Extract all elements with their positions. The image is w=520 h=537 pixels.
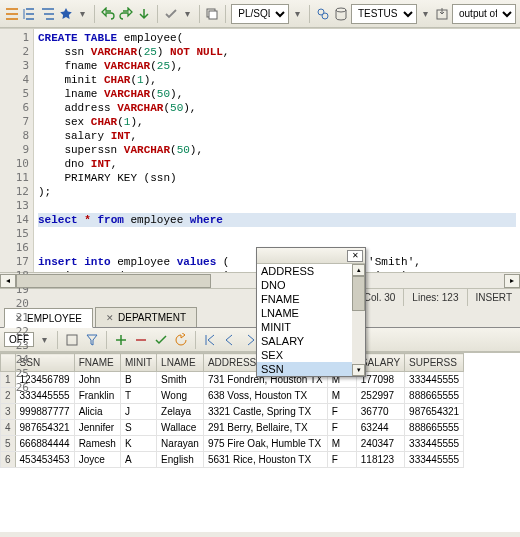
star-icon[interactable] xyxy=(58,5,74,23)
first-icon[interactable] xyxy=(201,331,219,349)
add-row-icon[interactable] xyxy=(112,331,130,349)
column-header[interactable]: SUPERSS xyxy=(405,354,464,372)
prev-icon[interactable] xyxy=(221,331,239,349)
autocomplete-item[interactable]: MINIT xyxy=(257,320,352,334)
svg-rect-6 xyxy=(67,335,77,345)
column-header[interactable]: FNAME xyxy=(74,354,120,372)
scroll-right-icon[interactable]: ▸ xyxy=(504,274,520,288)
table-row[interactable]: 2333445555FranklinTWong638 Voss, Houston… xyxy=(1,388,464,404)
dropdown-arrow-icon[interactable]: ▾ xyxy=(419,5,432,23)
check-icon[interactable] xyxy=(163,5,179,23)
autocomplete-item[interactable]: ADDRESS xyxy=(257,264,352,278)
filter-icon[interactable] xyxy=(83,331,101,349)
column-header[interactable]: MINIT xyxy=(120,354,156,372)
dropdown-arrow-icon[interactable]: ▾ xyxy=(291,5,304,23)
copy-icon[interactable] xyxy=(204,5,220,23)
language-select[interactable]: PL/SQL xyxy=(231,4,289,24)
svg-point-4 xyxy=(336,8,346,12)
commit-icon[interactable] xyxy=(152,331,170,349)
code-area[interactable]: CREATE TABLE employee( ssn VARCHAR(25) N… xyxy=(34,29,520,272)
scroll-thumb[interactable] xyxy=(352,276,365,311)
rollback-icon[interactable] xyxy=(172,331,190,349)
editor: 1234567891011121314151617181920212223242… xyxy=(0,28,520,272)
user-select[interactable]: TESTUSER xyxy=(351,4,417,24)
export-icon[interactable] xyxy=(434,5,450,23)
status-lines: Lines: 123 xyxy=(403,289,466,306)
dropdown-arrow-icon[interactable]: ▾ xyxy=(36,331,52,349)
grid-copy-icon[interactable] xyxy=(63,331,81,349)
list-icon[interactable] xyxy=(4,5,20,23)
line-gutter: 1234567891011121314151617181920212223242… xyxy=(0,29,34,272)
data-grid[interactable]: SSNFNAMEMINITLNAMEADDRESSSEXSALARYSUPERS… xyxy=(0,352,520,532)
svg-rect-1 xyxy=(209,11,217,19)
scroll-up-icon[interactable]: ▴ xyxy=(352,264,365,276)
autocomplete-item[interactable]: SALARY xyxy=(257,334,352,348)
table-row[interactable]: 1123456789JohnBSmith731 Fondren, Houston… xyxy=(1,372,464,388)
table-row[interactable]: 3999887777AliciaJZelaya3321 Castle, Spri… xyxy=(1,404,464,420)
redo-icon[interactable] xyxy=(118,5,134,23)
output-select[interactable]: output off xyxy=(452,4,516,24)
scroll-down-icon[interactable]: ▾ xyxy=(352,364,365,376)
main-toolbar: ▾ ▾ PL/SQL ▾ TESTUSER ▾ output off xyxy=(0,0,520,28)
undo-icon[interactable] xyxy=(100,5,116,23)
dropdown-arrow-icon[interactable]: ▾ xyxy=(181,5,194,23)
autocomplete-item[interactable]: SEX xyxy=(257,348,352,362)
autocomplete-item[interactable]: LNAME xyxy=(257,306,352,320)
link-icon[interactable] xyxy=(315,5,331,23)
scroll-thumb[interactable] xyxy=(16,274,211,288)
hierarchy-icon[interactable] xyxy=(40,5,56,23)
table-row[interactable]: 4987654321JenniferSWallace291 Berry, Bel… xyxy=(1,420,464,436)
tree-icon[interactable] xyxy=(22,5,38,23)
db-icon[interactable] xyxy=(333,5,349,23)
status-mode: INSERT xyxy=(467,289,521,306)
autocomplete-item[interactable]: DNO xyxy=(257,278,352,292)
dropdown-arrow-icon[interactable]: ▾ xyxy=(76,5,89,23)
autocomplete-popup: ✕ ADDRESSDNOFNAMELNAMEMINITSALARYSEXSSN … xyxy=(256,247,366,377)
close-icon[interactable]: ✕ xyxy=(347,250,363,262)
delete-row-icon[interactable] xyxy=(132,331,150,349)
autocomplete-item[interactable]: SSN xyxy=(257,362,352,376)
tab-department[interactable]: ✕DEPARTMENT xyxy=(95,307,197,327)
table-row[interactable]: 6453453453JoyceAEnglish5631 Rice, Housto… xyxy=(1,452,464,468)
popup-scrollbar[interactable]: ▴ ▾ xyxy=(352,264,365,376)
close-icon[interactable]: ✕ xyxy=(106,313,114,323)
svg-point-3 xyxy=(322,13,328,19)
column-header[interactable]: LNAME xyxy=(157,354,204,372)
autocomplete-item[interactable]: FNAME xyxy=(257,292,352,306)
table-row[interactable]: 5666884444RameshKNarayan975 Fire Oak, Hu… xyxy=(1,436,464,452)
arrow-down-icon[interactable] xyxy=(136,5,152,23)
